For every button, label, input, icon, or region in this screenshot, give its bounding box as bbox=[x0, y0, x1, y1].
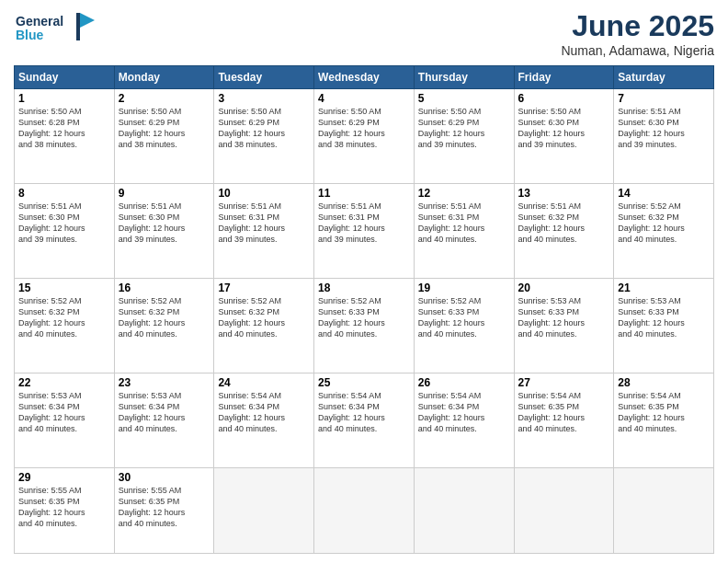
svg-text:Blue: Blue bbox=[16, 28, 44, 42]
day-detail: Sunrise: 5:50 AM Sunset: 6:29 PM Dayligh… bbox=[418, 106, 510, 151]
day-number: 14 bbox=[618, 187, 710, 200]
calendar-cell bbox=[614, 467, 714, 553]
calendar-cell: 19Sunrise: 5:52 AM Sunset: 6:33 PM Dayli… bbox=[414, 278, 514, 373]
calendar-cell: 17Sunrise: 5:52 AM Sunset: 6:32 PM Dayli… bbox=[214, 278, 314, 373]
day-number: 16 bbox=[119, 282, 210, 294]
day-detail: Sunrise: 5:52 AM Sunset: 6:33 PM Dayligh… bbox=[318, 295, 410, 340]
day-detail: Sunrise: 5:52 AM Sunset: 6:32 PM Dayligh… bbox=[618, 201, 710, 246]
logo-wordmark: General Blue bbox=[14, 9, 97, 54]
day-detail: Sunrise: 5:54 AM Sunset: 6:34 PM Dayligh… bbox=[218, 390, 310, 435]
header-saturday: Saturday bbox=[614, 66, 714, 89]
calendar-cell: 25Sunrise: 5:54 AM Sunset: 6:34 PM Dayli… bbox=[314, 373, 415, 467]
calendar-cell: 22Sunrise: 5:53 AM Sunset: 6:34 PM Dayli… bbox=[15, 373, 115, 467]
calendar-cell: 9Sunrise: 5:51 AM Sunset: 6:30 PM Daylig… bbox=[114, 183, 214, 278]
day-number: 28 bbox=[618, 376, 710, 389]
calendar-cell: 20Sunrise: 5:53 AM Sunset: 6:33 PM Dayli… bbox=[514, 278, 614, 373]
day-detail: Sunrise: 5:55 AM Sunset: 6:35 PM Dayligh… bbox=[119, 485, 210, 530]
day-number: 9 bbox=[119, 187, 210, 200]
week-row-2: 8Sunrise: 5:51 AM Sunset: 6:30 PM Daylig… bbox=[15, 183, 714, 278]
header-friday: Friday bbox=[514, 66, 614, 89]
day-detail: Sunrise: 5:53 AM Sunset: 6:34 PM Dayligh… bbox=[119, 390, 210, 435]
day-detail: Sunrise: 5:54 AM Sunset: 6:35 PM Dayligh… bbox=[518, 390, 610, 435]
day-number: 18 bbox=[318, 282, 410, 294]
day-number: 1 bbox=[18, 92, 110, 105]
svg-rect-3 bbox=[76, 13, 80, 40]
month-year: June 2025 bbox=[561, 9, 714, 43]
calendar-cell: 29Sunrise: 5:55 AM Sunset: 6:35 PM Dayli… bbox=[15, 467, 115, 553]
day-detail: Sunrise: 5:54 AM Sunset: 6:34 PM Dayligh… bbox=[318, 390, 410, 435]
day-detail: Sunrise: 5:52 AM Sunset: 6:32 PM Dayligh… bbox=[119, 295, 210, 340]
day-number: 4 bbox=[318, 92, 410, 105]
logo: General Blue bbox=[14, 9, 97, 54]
day-detail: Sunrise: 5:51 AM Sunset: 6:30 PM Dayligh… bbox=[618, 106, 710, 151]
location: Numan, Adamawa, Nigeria bbox=[561, 43, 714, 58]
day-number: 7 bbox=[618, 92, 710, 105]
calendar-cell: 21Sunrise: 5:53 AM Sunset: 6:33 PM Dayli… bbox=[614, 278, 714, 373]
day-number: 5 bbox=[418, 92, 510, 105]
day-number: 19 bbox=[418, 282, 510, 294]
calendar-cell: 2Sunrise: 5:50 AM Sunset: 6:29 PM Daylig… bbox=[114, 89, 214, 184]
calendar-cell bbox=[214, 467, 314, 553]
calendar-cell: 23Sunrise: 5:53 AM Sunset: 6:34 PM Dayli… bbox=[114, 373, 214, 467]
calendar-table: Sunday Monday Tuesday Wednesday Thursday… bbox=[14, 65, 714, 554]
calendar-cell bbox=[514, 467, 614, 553]
header-wednesday: Wednesday bbox=[314, 66, 415, 89]
day-number: 15 bbox=[18, 282, 110, 294]
day-detail: Sunrise: 5:50 AM Sunset: 6:28 PM Dayligh… bbox=[18, 106, 110, 151]
title-block: June 2025 Numan, Adamawa, Nigeria bbox=[561, 9, 714, 58]
calendar-cell: 28Sunrise: 5:54 AM Sunset: 6:35 PM Dayli… bbox=[614, 373, 714, 467]
day-number: 2 bbox=[119, 92, 210, 105]
day-detail: Sunrise: 5:51 AM Sunset: 6:30 PM Dayligh… bbox=[18, 201, 110, 246]
day-detail: Sunrise: 5:50 AM Sunset: 6:30 PM Dayligh… bbox=[518, 106, 610, 151]
calendar-cell: 13Sunrise: 5:51 AM Sunset: 6:32 PM Dayli… bbox=[514, 183, 614, 278]
calendar-cell: 7Sunrise: 5:51 AM Sunset: 6:30 PM Daylig… bbox=[614, 89, 714, 184]
header-monday: Monday bbox=[114, 66, 214, 89]
calendar-cell: 1Sunrise: 5:50 AM Sunset: 6:28 PM Daylig… bbox=[15, 89, 115, 184]
week-row-3: 15Sunrise: 5:52 AM Sunset: 6:32 PM Dayli… bbox=[15, 278, 714, 373]
day-detail: Sunrise: 5:50 AM Sunset: 6:29 PM Dayligh… bbox=[318, 106, 410, 151]
calendar-cell bbox=[414, 467, 514, 553]
day-number: 13 bbox=[518, 187, 610, 200]
day-detail: Sunrise: 5:51 AM Sunset: 6:31 PM Dayligh… bbox=[418, 201, 510, 246]
week-row-4: 22Sunrise: 5:53 AM Sunset: 6:34 PM Dayli… bbox=[15, 373, 714, 467]
calendar-cell: 26Sunrise: 5:54 AM Sunset: 6:34 PM Dayli… bbox=[414, 373, 514, 467]
day-number: 3 bbox=[218, 92, 310, 105]
calendar-cell: 10Sunrise: 5:51 AM Sunset: 6:31 PM Dayli… bbox=[214, 183, 314, 278]
calendar-cell: 30Sunrise: 5:55 AM Sunset: 6:35 PM Dayli… bbox=[114, 467, 214, 553]
header: General Blue June 2025 Numan, Adamawa, N… bbox=[14, 9, 714, 58]
week-row-1: 1Sunrise: 5:50 AM Sunset: 6:28 PM Daylig… bbox=[15, 89, 714, 184]
day-detail: Sunrise: 5:50 AM Sunset: 6:29 PM Dayligh… bbox=[119, 106, 210, 151]
calendar-cell: 3Sunrise: 5:50 AM Sunset: 6:29 PM Daylig… bbox=[214, 89, 314, 184]
day-detail: Sunrise: 5:51 AM Sunset: 6:31 PM Dayligh… bbox=[318, 201, 410, 246]
header-thursday: Thursday bbox=[414, 66, 514, 89]
day-number: 30 bbox=[119, 471, 210, 484]
day-detail: Sunrise: 5:52 AM Sunset: 6:32 PM Dayligh… bbox=[18, 295, 110, 340]
day-detail: Sunrise: 5:50 AM Sunset: 6:29 PM Dayligh… bbox=[218, 106, 310, 151]
svg-marker-2 bbox=[80, 13, 95, 28]
weekday-header-row: Sunday Monday Tuesday Wednesday Thursday… bbox=[15, 66, 714, 89]
calendar-cell: 11Sunrise: 5:51 AM Sunset: 6:31 PM Dayli… bbox=[314, 183, 415, 278]
calendar-cell: 5Sunrise: 5:50 AM Sunset: 6:29 PM Daylig… bbox=[414, 89, 514, 184]
day-detail: Sunrise: 5:51 AM Sunset: 6:31 PM Dayligh… bbox=[218, 201, 310, 246]
day-detail: Sunrise: 5:53 AM Sunset: 6:34 PM Dayligh… bbox=[18, 390, 110, 435]
day-detail: Sunrise: 5:53 AM Sunset: 6:33 PM Dayligh… bbox=[618, 295, 710, 340]
day-detail: Sunrise: 5:53 AM Sunset: 6:33 PM Dayligh… bbox=[518, 295, 610, 340]
day-detail: Sunrise: 5:54 AM Sunset: 6:34 PM Dayligh… bbox=[418, 390, 510, 435]
day-number: 20 bbox=[518, 282, 610, 294]
calendar-cell: 12Sunrise: 5:51 AM Sunset: 6:31 PM Dayli… bbox=[414, 183, 514, 278]
day-number: 29 bbox=[18, 471, 110, 484]
day-number: 27 bbox=[518, 376, 610, 389]
day-detail: Sunrise: 5:51 AM Sunset: 6:30 PM Dayligh… bbox=[119, 201, 210, 246]
day-number: 12 bbox=[418, 187, 510, 200]
day-number: 22 bbox=[18, 376, 110, 389]
calendar-cell: 4Sunrise: 5:50 AM Sunset: 6:29 PM Daylig… bbox=[314, 89, 415, 184]
header-tuesday: Tuesday bbox=[214, 66, 314, 89]
day-number: 10 bbox=[218, 187, 310, 200]
day-number: 17 bbox=[218, 282, 310, 294]
day-number: 6 bbox=[518, 92, 610, 105]
page: General Blue June 2025 Numan, Adamawa, N… bbox=[0, 0, 728, 563]
day-number: 25 bbox=[318, 376, 410, 389]
calendar-cell: 27Sunrise: 5:54 AM Sunset: 6:35 PM Dayli… bbox=[514, 373, 614, 467]
calendar-cell: 6Sunrise: 5:50 AM Sunset: 6:30 PM Daylig… bbox=[514, 89, 614, 184]
calendar-cell: 8Sunrise: 5:51 AM Sunset: 6:30 PM Daylig… bbox=[15, 183, 115, 278]
